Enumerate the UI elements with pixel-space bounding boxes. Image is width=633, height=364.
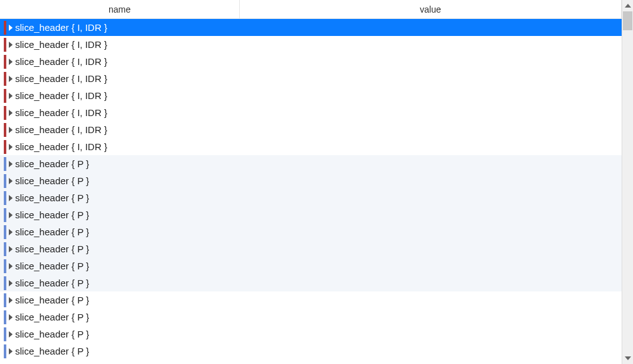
row-color-indicator — [4, 72, 6, 86]
table-row[interactable]: slice_header { I, IDR } — [0, 36, 622, 53]
table-row[interactable]: slice_header { P } — [0, 189, 622, 206]
row-label: slice_header { P } — [15, 261, 89, 271]
row-label: slice_header { I, IDR } — [15, 90, 107, 101]
table-header: name value — [0, 0, 622, 19]
scroll-thumb[interactable] — [623, 11, 632, 30]
expand-icon[interactable] — [9, 263, 13, 269]
row-label: slice_header { I, IDR } — [15, 73, 107, 84]
expand-icon[interactable] — [9, 331, 13, 338]
table-row[interactable]: slice_header { P } — [0, 343, 622, 360]
row-label: slice_header { I, IDR } — [15, 56, 107, 67]
table-row[interactable]: slice_header { I, IDR } — [0, 138, 622, 155]
expand-icon[interactable] — [9, 144, 13, 150]
table-body: slice_header { I, IDR }slice_header { I,… — [0, 19, 622, 364]
row-label: slice_header { P } — [15, 209, 89, 220]
row-color-indicator — [4, 38, 6, 52]
table-row[interactable]: slice_header { P } — [0, 257, 622, 274]
expand-icon[interactable] — [9, 212, 13, 218]
row-color-indicator — [4, 344, 6, 358]
main-container: name value slice_header { I, IDR }slice_… — [0, 0, 633, 364]
row-color-indicator — [4, 21, 6, 35]
expand-icon[interactable] — [9, 161, 13, 167]
row-label: slice_header { P } — [15, 244, 89, 254]
table-row[interactable]: slice_header { P } — [0, 274, 622, 291]
table-row[interactable]: slice_header { I, IDR } — [0, 70, 622, 87]
scroll-track[interactable] — [622, 11, 633, 353]
table-row[interactable]: slice_header { P } — [0, 223, 622, 240]
content-area: name value slice_header { I, IDR }slice_… — [0, 0, 622, 364]
row-color-indicator — [4, 191, 6, 205]
expand-icon[interactable] — [9, 59, 13, 65]
chevron-down-icon — [625, 356, 631, 360]
row-label: slice_header { P } — [15, 329, 89, 339]
row-color-indicator — [4, 242, 6, 256]
row-color-indicator — [4, 276, 6, 290]
table-row[interactable]: slice_header { P } — [0, 291, 622, 308]
expand-icon[interactable] — [9, 127, 13, 133]
row-color-indicator — [4, 174, 6, 188]
row-label: slice_header { I, IDR } — [15, 39, 107, 50]
row-label: slice_header { I, IDR } — [15, 107, 107, 118]
expand-icon[interactable] — [9, 25, 13, 31]
expand-icon[interactable] — [9, 297, 13, 303]
table-row[interactable]: slice_header { P } — [0, 326, 622, 343]
row-label: slice_header { P } — [15, 175, 89, 186]
row-color-indicator — [4, 106, 6, 120]
row-label: slice_header { P } — [15, 312, 89, 322]
expand-icon[interactable] — [9, 246, 13, 252]
column-header-name[interactable]: name — [0, 0, 240, 18]
row-label: slice_header { I, IDR } — [15, 124, 107, 135]
expand-icon[interactable] — [9, 314, 13, 320]
vertical-scrollbar[interactable] — [622, 0, 633, 364]
row-color-indicator — [4, 55, 6, 69]
expand-icon[interactable] — [9, 110, 13, 116]
expand-icon[interactable] — [9, 229, 13, 235]
table-row[interactable]: slice_header { I, IDR } — [0, 104, 622, 121]
row-color-indicator — [4, 140, 6, 154]
expand-icon[interactable] — [9, 178, 13, 184]
row-label: slice_header { P } — [15, 226, 89, 237]
chevron-up-icon — [625, 4, 631, 8]
row-label: slice_header { P } — [15, 278, 89, 288]
row-color-indicator — [4, 123, 6, 137]
column-header-value[interactable]: value — [240, 0, 622, 18]
expand-icon[interactable] — [9, 93, 13, 99]
row-label: slice_header { P } — [15, 346, 89, 356]
row-label: slice_header { P } — [15, 158, 89, 169]
row-color-indicator — [4, 208, 6, 222]
expand-icon[interactable] — [9, 42, 13, 48]
row-label: slice_header { P } — [15, 192, 89, 203]
table-row[interactable]: slice_header { I, IDR } — [0, 121, 622, 138]
table-row[interactable]: slice_header { P } — [0, 206, 622, 223]
row-color-indicator — [4, 89, 6, 103]
expand-icon[interactable] — [9, 348, 13, 355]
row-color-indicator — [4, 157, 6, 171]
expand-icon[interactable] — [9, 280, 13, 286]
row-color-indicator — [4, 310, 6, 324]
table-row[interactable]: slice_header { P } — [0, 172, 622, 189]
row-color-indicator — [4, 327, 6, 341]
table-row[interactable]: slice_header { I, IDR } — [0, 53, 622, 70]
expand-icon[interactable] — [9, 195, 13, 201]
row-label: slice_header { I, IDR } — [15, 22, 107, 33]
row-color-indicator — [4, 225, 6, 239]
table-row[interactable]: slice_header { P } — [0, 155, 622, 172]
table-row[interactable]: slice_header { I, IDR } — [0, 87, 622, 104]
row-color-indicator — [4, 259, 6, 273]
scroll-up-button[interactable] — [622, 0, 633, 11]
row-label: slice_header { P } — [15, 295, 89, 305]
row-label: slice_header { I, IDR } — [15, 141, 107, 152]
table-row[interactable]: slice_header { P } — [0, 308, 622, 326]
row-color-indicator — [4, 293, 6, 307]
table-row[interactable]: slice_header { P } — [0, 240, 622, 257]
table-row[interactable]: slice_header { I, IDR } — [0, 19, 622, 36]
expand-icon[interactable] — [9, 76, 13, 82]
scroll-down-button[interactable] — [622, 353, 633, 364]
